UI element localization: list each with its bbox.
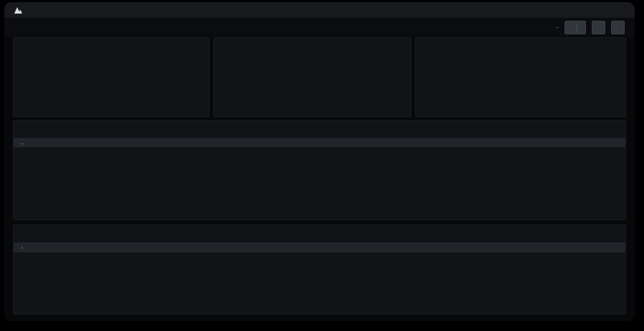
panel-quarters-growth (213, 37, 411, 117)
top-nav-bar (4, 2, 635, 18)
panel-branch-performance (415, 37, 626, 117)
button-divider (577, 24, 577, 31)
refresh-button[interactable] (565, 21, 586, 34)
app-window: ⌄ › (4, 2, 635, 321)
dashboard-header (4, 18, 635, 36)
asset-header-row: ⌄ (14, 138, 625, 147)
panel-wallet-share: › (13, 224, 626, 315)
panel-revenue-by-branch (13, 37, 210, 117)
y-axis-title (416, 46, 422, 96)
wallet-table: › (14, 242, 625, 252)
refreshed-status (556, 26, 559, 28)
chevron-right-icon[interactable]: › (19, 245, 25, 250)
line-plot (241, 56, 403, 97)
scatter-plot (446, 56, 615, 90)
more-button[interactable] (611, 21, 625, 34)
dashboard-body: ⌄ › (4, 36, 635, 321)
wallet-header-row: › (14, 242, 625, 252)
edit-button[interactable] (592, 21, 605, 34)
brand-logo-icon[interactable] (13, 6, 22, 15)
bar-plot (42, 58, 202, 101)
asset-table: ⌄ (14, 138, 625, 147)
panel-asset-table: ⌄ (13, 120, 626, 220)
chevron-down-icon[interactable]: ⌄ (19, 140, 25, 145)
